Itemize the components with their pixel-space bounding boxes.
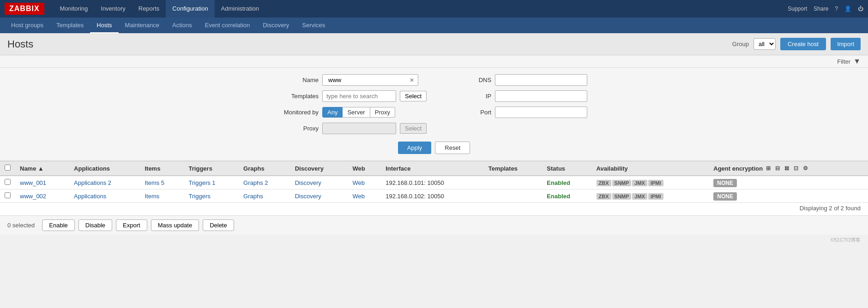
proxy-input[interactable] xyxy=(322,123,396,134)
col-templates: Templates xyxy=(484,161,542,176)
agent-enc-icon3[interactable]: ⊠ xyxy=(783,165,790,172)
col-agent-encryption: Agent encryption ⊞ ⊟ ⊠ ⊡ ⚙ xyxy=(709,161,868,176)
applications-link-1[interactable]: Applications xyxy=(74,193,106,200)
row-availability-1: ZBXSNMPJMXIPMI xyxy=(592,190,709,203)
enable-button[interactable]: Enable xyxy=(42,219,74,231)
monitored-any-button[interactable]: Any xyxy=(322,107,343,118)
select-all-header[interactable] xyxy=(0,161,15,176)
row-status-1: Enabled xyxy=(542,190,591,203)
col-discovery: Discovery xyxy=(290,161,348,176)
web-link-0[interactable]: Web xyxy=(353,179,365,186)
share-link[interactable]: Share xyxy=(814,6,828,12)
table-row: www_002 Applications Items Triggers Grap… xyxy=(0,190,868,203)
triggers-link-0[interactable]: Triggers 1 xyxy=(189,179,216,186)
subnav-templates[interactable]: Templates xyxy=(50,18,90,33)
avail-jmx-1: JMX xyxy=(632,193,647,200)
page-header-right: Group all Create host Import xyxy=(732,38,861,50)
row-name-1: www_002 xyxy=(15,190,69,203)
items-link-0[interactable]: Items 5 xyxy=(145,179,164,186)
row-web-0: Web xyxy=(348,176,381,190)
avail-zbx-0: ZBX xyxy=(597,180,611,186)
subnav-services[interactable]: Services xyxy=(295,18,332,33)
nav-inventory[interactable]: Inventory xyxy=(94,0,132,18)
discovery-link-0[interactable]: Discovery xyxy=(295,179,321,186)
row-items-1: Items xyxy=(140,190,184,203)
nav-reports[interactable]: Reports xyxy=(132,0,166,18)
items-link-1[interactable]: Items xyxy=(145,193,159,200)
subnav-discovery[interactable]: Discovery xyxy=(256,18,295,33)
mass-update-button[interactable]: Mass update xyxy=(151,219,199,231)
agent-enc-icon2[interactable]: ⊟ xyxy=(774,165,781,172)
proxy-select-button[interactable]: Select xyxy=(400,123,427,134)
row-checkbox-0[interactable] xyxy=(0,176,15,190)
dns-input[interactable] xyxy=(495,74,587,86)
subnav-actions[interactable]: Actions xyxy=(166,18,199,33)
host-name-link-0[interactable]: www_001 xyxy=(20,179,46,186)
apply-button[interactable]: Apply xyxy=(398,142,432,154)
agent-enc-icon1[interactable]: ⊞ xyxy=(765,165,772,172)
templates-input[interactable] xyxy=(322,90,396,102)
row-templates-0 xyxy=(484,176,542,190)
discovery-link-1[interactable]: Discovery xyxy=(295,193,321,200)
applications-link-0[interactable]: Applications 2 xyxy=(74,179,111,186)
import-button[interactable]: Import xyxy=(831,38,861,50)
monitored-proxy-button[interactable]: Proxy xyxy=(370,107,395,118)
col-name[interactable]: Name ▲ xyxy=(15,161,69,176)
row-templates-1 xyxy=(484,190,542,203)
ip-input[interactable] xyxy=(495,90,587,102)
row-select-0[interactable] xyxy=(5,179,11,185)
status-value-1[interactable]: Enabled xyxy=(547,193,570,200)
group-select[interactable]: all xyxy=(753,38,776,50)
filter-inner: Name ✕ DNS Templates Select IP Monitored… xyxy=(272,74,596,154)
profile-icon[interactable]: 👤 xyxy=(844,6,851,12)
agent-enc-icon5[interactable]: ⚙ xyxy=(802,165,809,172)
name-input[interactable] xyxy=(325,75,408,85)
monitored-by-label: Monitored by xyxy=(272,109,319,116)
graphs-link-0[interactable]: Graphs 2 xyxy=(243,179,268,186)
reset-button[interactable]: Reset xyxy=(435,142,470,154)
row-discovery-0: Discovery xyxy=(290,176,348,190)
nav-monitoring[interactable]: Monitoring xyxy=(54,0,95,18)
support-link[interactable]: Support xyxy=(788,6,807,12)
web-link-1[interactable]: Web xyxy=(353,193,365,200)
help-icon[interactable]: ? xyxy=(835,6,838,12)
col-applications: Applications xyxy=(69,161,140,176)
subnav-event-correlation[interactable]: Event correlation xyxy=(199,18,257,33)
export-button[interactable]: Export xyxy=(116,219,147,231)
filter-icon[interactable]: ▼ xyxy=(853,57,861,65)
row-checkbox-1[interactable] xyxy=(0,190,15,203)
sub-navigation: Host groups Templates Hosts Maintenance … xyxy=(0,18,868,33)
none-badge-0: NONE xyxy=(713,179,737,187)
create-host-button[interactable]: Create host xyxy=(780,38,826,50)
triggers-link-1[interactable]: Triggers xyxy=(189,193,211,200)
select-all-checkbox[interactable] xyxy=(5,165,11,171)
row-graphs-0: Graphs 2 xyxy=(239,176,290,190)
filter-port-row: Port xyxy=(445,107,596,118)
subnav-hosts[interactable]: Hosts xyxy=(90,18,118,33)
row-select-1[interactable] xyxy=(5,192,11,198)
port-input[interactable] xyxy=(495,107,587,118)
table-row: www_001 Applications 2 Items 5 Triggers … xyxy=(0,176,868,190)
logout-icon[interactable]: ⏻ xyxy=(858,6,863,12)
bottom-bar: 0 selected Enable Disable Export Mass up… xyxy=(0,215,868,235)
nav-configuration[interactable]: Configuration xyxy=(166,0,214,18)
logo[interactable]: ZABBIX xyxy=(5,3,44,15)
host-name-link-1[interactable]: www_002 xyxy=(20,193,46,200)
page-title: Hosts xyxy=(7,38,33,50)
agent-enc-icon4[interactable]: ⊡ xyxy=(792,165,800,172)
row-availability-0: ZBXSNMPJMXIPMI xyxy=(592,176,709,190)
col-graphs: Graphs xyxy=(239,161,290,176)
templates-select-button[interactable]: Select xyxy=(400,91,427,101)
delete-button[interactable]: Delete xyxy=(203,219,234,231)
disable-button[interactable]: Disable xyxy=(78,219,112,231)
avail-ipmi-1: IPMI xyxy=(648,193,663,200)
row-interface-1: 192.168.0.102: 10050 xyxy=(381,190,484,203)
nav-administration[interactable]: Administration xyxy=(215,0,265,18)
subnav-host-groups[interactable]: Host groups xyxy=(5,18,50,33)
subnav-maintenance[interactable]: Maintenance xyxy=(119,18,166,33)
status-value-0[interactable]: Enabled xyxy=(547,179,570,186)
graphs-link-1[interactable]: Graphs xyxy=(243,193,263,200)
name-clear-button[interactable]: ✕ xyxy=(408,77,416,83)
monitored-server-button[interactable]: Server xyxy=(343,107,370,118)
row-applications-0: Applications 2 xyxy=(69,176,140,190)
